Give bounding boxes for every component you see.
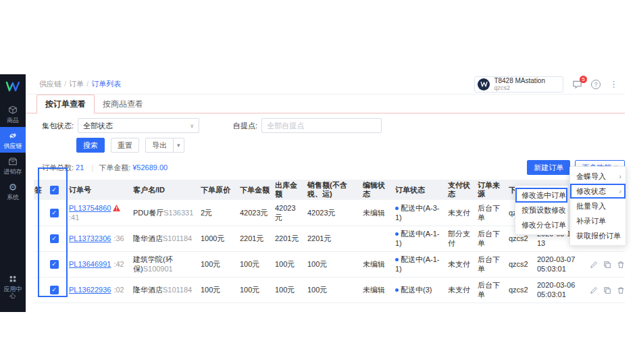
order-link[interactable]: PL13646991 xyxy=(69,260,111,268)
menu-item-label: 修改分仓订单 xyxy=(522,217,566,232)
row-checkbox[interactable]: ✓ xyxy=(50,234,59,243)
copy-button[interactable] xyxy=(603,259,611,269)
topbar: 供应链/订单/订单列表 T8428 MAstation qzcs2 xyxy=(26,74,625,95)
submenu-item-modify-by-preset[interactable]: 按预设数修改 xyxy=(515,203,567,217)
export-caret-button[interactable]: ▾ xyxy=(174,138,184,153)
order-status-cell: 配送中(A-3-1) xyxy=(392,200,445,226)
menu-item-kingdee-import[interactable]: 金蝶导入 › xyxy=(570,169,626,184)
menu-item-supplement-order[interactable]: 补录订单 xyxy=(570,213,626,228)
sidebar-item-label: 系统 xyxy=(1,194,24,201)
pay-status-cell: 未支付 xyxy=(445,277,475,303)
gear-icon: ⚙ xyxy=(9,182,18,192)
menu-item-label: 批量导入 xyxy=(576,199,606,213)
order-link[interactable]: PL13754860 xyxy=(69,204,111,212)
row-actions-cell xyxy=(587,277,625,303)
sidebar-item-system[interactable]: ⚙ 系统 xyxy=(0,178,26,204)
breadcrumb-current: 订单列表 xyxy=(91,80,121,88)
order-time-frag: :02 xyxy=(113,286,124,294)
chevron-down-icon: ∨ xyxy=(190,123,194,129)
delete-button[interactable] xyxy=(617,259,625,269)
copy-button[interactable] xyxy=(603,285,611,294)
pencil-icon xyxy=(590,286,598,294)
app-window: 商品 供应链 进销存 ⚙ 系统 应用中心 xyxy=(0,74,625,312)
tab-product-view[interactable]: 按商品查看 xyxy=(95,95,151,113)
check-icon: ✓ xyxy=(51,187,57,193)
header-source: 订单来源 xyxy=(475,180,506,200)
operator-cell: qzcs2 xyxy=(506,277,534,303)
user-name: T8428 MAstation xyxy=(494,77,545,84)
sidebar-item-supply-chain[interactable]: 供应链 xyxy=(0,127,26,153)
sidebar-item-app-center[interactable]: 应用中心 xyxy=(0,270,26,303)
sidebar-item-inventory[interactable]: 进销存 xyxy=(0,153,26,178)
select-all-checkbox[interactable]: ✓ xyxy=(50,186,59,194)
submenu-item-modify-split-warehouse[interactable]: 修改分仓订单 xyxy=(515,217,567,232)
modify-status-submenu: 修改选中订单 按预设数修改 修改分仓订单 xyxy=(515,185,568,235)
check-icon: ✓ xyxy=(51,210,57,216)
pay-status-cell: 未支付 xyxy=(445,251,475,277)
order-link[interactable]: PL13732306 xyxy=(69,234,111,242)
cube-icon xyxy=(8,105,18,115)
order-status-text: 配送中(A-3-1) xyxy=(395,204,439,222)
message-button[interactable]: 5 xyxy=(572,80,582,89)
menu-item-get-quote-orders[interactable]: 获取报价订单 xyxy=(570,228,626,243)
edit-button[interactable] xyxy=(590,259,598,269)
pencil-icon xyxy=(590,261,598,269)
order-status-text: 配送中(A-1-1) xyxy=(395,255,439,273)
customer-cell: 隆华酒店S101184 xyxy=(130,277,198,303)
pickup-point-input[interactable] xyxy=(261,118,382,133)
submenu-arrow-icon: › xyxy=(619,169,621,184)
reset-button[interactable]: 重置 xyxy=(111,138,139,153)
more-menu-button[interactable]: ⋮ xyxy=(609,79,618,89)
header-customer: 客户名/ID xyxy=(130,180,198,200)
source-cell: 后台下单 xyxy=(475,277,506,303)
sales-cell: 100元 xyxy=(305,277,360,303)
user-menu[interactable]: T8428 MAstation qzcs2 xyxy=(474,76,563,93)
order-time-cell: 2020-03-07 05:03:01 xyxy=(534,251,587,277)
header-order-amount: 下单金额 xyxy=(237,180,272,200)
customer-id: S136331 xyxy=(163,209,193,217)
edit-status-cell: 未编辑 xyxy=(360,251,392,277)
sidebar-item-label: 商品 xyxy=(1,117,24,124)
row-checkbox[interactable]: ✓ xyxy=(50,286,59,294)
breadcrumb-separator: / xyxy=(86,80,88,88)
order-time-frag: :41 xyxy=(69,213,79,222)
menu-item-label: 获取报价订单 xyxy=(576,228,621,243)
row-checkbox[interactable]: ✓ xyxy=(50,209,59,217)
tab-order-view[interactable]: 按订单查看 xyxy=(36,95,95,113)
order-status-cell: 配送中(3) xyxy=(392,277,445,303)
menu-item-label: 补录订单 xyxy=(576,213,606,228)
sidebar-item-label: 进销存 xyxy=(1,168,24,175)
status-dot-icon xyxy=(395,207,399,210)
order-no-cell: PL13646991:42 xyxy=(66,251,130,277)
help-icon: ? xyxy=(591,80,601,89)
breadcrumb-item[interactable]: 订单 xyxy=(69,80,84,88)
row-checkbox[interactable]: ✓ xyxy=(50,260,59,269)
delete-button[interactable] xyxy=(617,285,625,294)
order-link[interactable]: PL13622936 xyxy=(69,286,111,294)
order-amount-label: 下单金额: xyxy=(99,163,130,173)
search-button[interactable]: 搜索 xyxy=(76,138,105,153)
help-button[interactable]: ? xyxy=(591,80,601,89)
row-sign-cell xyxy=(34,200,42,226)
avatar-logo-icon xyxy=(480,81,488,87)
submenu-item-modify-selected[interactable]: 修改选中订单 xyxy=(515,188,567,203)
new-order-button[interactable]: 新建订单 xyxy=(527,160,570,175)
export-button[interactable]: 导出 xyxy=(145,138,174,153)
edit-status-cell: 未编辑 xyxy=(360,200,392,226)
menu-item-batch-import[interactable]: 批量导入 xyxy=(570,199,626,213)
menu-item-modify-status[interactable]: 修改状态 › xyxy=(570,184,626,199)
menu-item-label: 按预设数修改 xyxy=(522,203,566,217)
sidebar-item-goods[interactable]: 商品 xyxy=(0,101,26,127)
message-badge: 5 xyxy=(580,76,587,83)
order-time-frag: :42 xyxy=(113,260,124,268)
menu-item-label: 金蝶导入 xyxy=(576,169,606,184)
submenu-arrow-icon: › xyxy=(619,184,621,199)
order-status-cell: 配送中(A-1-1) xyxy=(392,226,445,251)
row-sign-cell xyxy=(34,277,42,303)
apps-icon xyxy=(8,274,18,284)
edit-status-cell: 未编辑 xyxy=(360,277,392,303)
row-checkbox-cell: ✓ xyxy=(42,251,66,277)
edit-button[interactable] xyxy=(590,285,598,294)
breadcrumb-item[interactable]: 供应链 xyxy=(39,80,61,88)
package-status-select[interactable]: 全部状态 ∨ xyxy=(78,118,199,133)
